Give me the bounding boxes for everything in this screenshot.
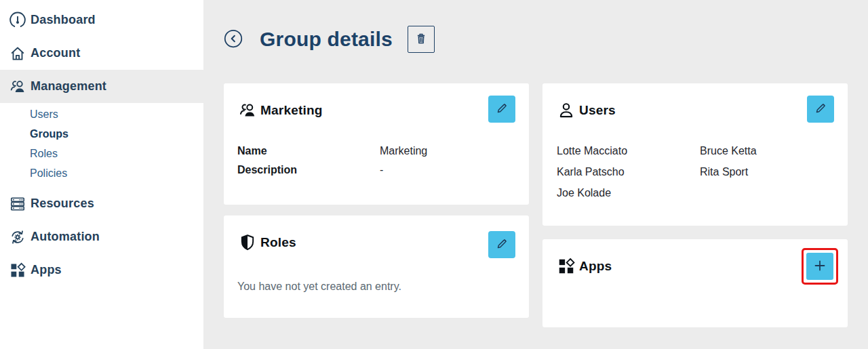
apps-grid-icon [556,256,576,276]
sidebar-item-management[interactable]: Management [0,70,203,103]
users-card: Users Lotte Macciato Bruce Ketta Karla P… [542,83,848,226]
sidebar-item-apps[interactable]: Apps [0,253,203,287]
field-row-name: Name Marketing [237,142,515,161]
apps-card-title: Apps [579,259,612,274]
group-card-header: Marketing [237,97,323,124]
pencil-icon [494,101,509,118]
sidebar-item-label: Account [31,46,80,60]
trash-icon [414,31,429,48]
users-card-header: Users [556,97,616,124]
sidebar-subitem-groups[interactable]: Groups [0,124,203,144]
delete-group-button[interactable] [408,26,435,53]
apps-card-header: Apps [556,253,612,280]
group-card: Marketing Name Marketing Description - [224,83,529,205]
field-label: Description [237,164,380,176]
gauge-icon [9,12,26,29]
sidebar-subitem-users[interactable]: Users [0,104,203,124]
page-title: Group details [260,28,393,51]
apps-grid-icon [9,262,26,279]
sidebar: Dashboard Account Management Users Group… [0,0,203,349]
shield-icon [237,232,258,253]
pencil-icon [813,101,828,118]
sidebar-item-label: Resources [31,197,94,211]
sidebar-item-label: Management [31,79,106,94]
group-icon [237,100,258,121]
plus-icon [812,258,828,276]
group-icon [9,78,26,96]
home-icon [9,45,26,62]
member-name: Bruce Ketta [700,144,834,157]
field-value: - [380,164,383,176]
servers-icon [9,195,26,213]
group-fields: Name Marketing Description - [237,142,515,180]
sidebar-item-account[interactable]: Account [0,37,203,70]
user-icon [556,100,576,121]
pencil-icon [494,237,509,253]
group-card-title: Marketing [260,103,323,118]
roles-card: Roles You have not yet created an entry. [224,215,529,318]
page-header: Group details [224,26,435,53]
edit-group-button[interactable] [488,96,515,123]
roles-card-title: Roles [260,235,296,250]
sidebar-subitem-roles[interactable]: Roles [0,144,203,163]
management-subnav: Users Groups Roles Policies [0,103,203,187]
field-row-description: Description - [237,161,515,180]
add-app-button[interactable] [806,253,833,280]
roles-card-header: Roles [237,229,296,256]
sidebar-item-label: Dashboard [31,13,96,27]
back-button[interactable] [224,30,243,49]
sidebar-item-dashboard[interactable]: Dashboard [0,3,203,37]
users-member-list: Lotte Macciato Bruce Ketta Karla Patscho… [557,144,834,199]
main-content: Group details Mar [203,0,868,349]
member-name: Karla Patscho [557,165,700,178]
sidebar-item-label: Automation [31,230,100,244]
roles-empty-message: You have not yet created an entry. [237,281,401,293]
back-circle-icon [224,29,243,50]
field-label: Name [237,145,380,157]
users-card-title: Users [579,103,616,118]
member-name: Rita Sport [700,165,834,178]
apps-card: Apps [542,239,848,327]
sidebar-item-label: Apps [31,263,62,277]
automation-icon [9,228,26,246]
add-app-highlight [802,248,838,285]
field-value: Marketing [380,145,427,157]
sidebar-item-automation[interactable]: Automation [0,220,203,253]
member-name: Lotte Macciato [557,144,700,157]
edit-users-button[interactable] [807,96,834,123]
member-name: Joe Kolade [557,186,700,199]
sidebar-subitem-policies[interactable]: Policies [0,163,203,183]
sidebar-item-resources[interactable]: Resources [0,187,203,220]
edit-roles-button[interactable] [488,231,515,258]
